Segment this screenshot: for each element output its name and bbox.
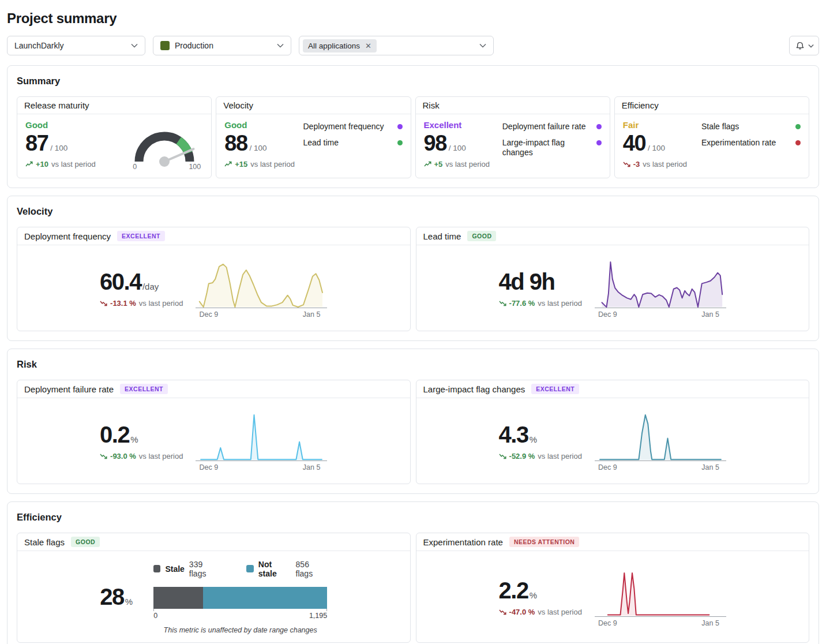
bar-axis-min: 0 [153, 612, 157, 620]
trend-down-icon [623, 161, 630, 167]
gauge-max-label: 100 [189, 163, 201, 171]
metric-card-title: Stale flags [24, 537, 65, 547]
trend: +10vs last period [25, 160, 96, 169]
risk-section: Risk Deployment failure rate EXCELLENT 0… [7, 349, 819, 494]
applications-chip: All applications ✕ [303, 39, 377, 53]
summary-card-title: Velocity [216, 97, 410, 114]
environment-select-value: Production [175, 41, 213, 50]
line-chart [196, 411, 327, 462]
trend: -13.1 %vs last period [100, 299, 183, 308]
metric-status-dot [795, 124, 801, 129]
trend: +15vs last period [224, 160, 295, 169]
x-axis-end-label: Jan 5 [701, 619, 719, 627]
summary-card-efficiency: Efficiency Fair 40/ 100 -3vs last period… [614, 96, 809, 178]
large-impact-flag-changes-chart: Dec 9 Jan 5 [595, 411, 726, 471]
bar-segment [203, 587, 328, 609]
legend: Stale 339 flags Not stale 856 flags [153, 560, 327, 578]
project-select[interactable]: LaunchDarkly [7, 36, 145, 55]
trend-down-icon [100, 300, 107, 306]
metric-card-lead-time: Lead time GOOD 4d 9h -77.6 %vs last peri… [416, 227, 810, 331]
summary-card-title: Efficiency [615, 97, 809, 114]
metric-status-dot [596, 124, 602, 129]
metric-card-stale-flags: Stale flags GOOD 28% Stale 339 flags [17, 533, 411, 643]
gauge-min-label: 0 [133, 163, 137, 171]
trend: -93.0 %vs last period [100, 452, 183, 460]
bar-axis-max: 1,195 [309, 612, 327, 620]
bar-segment [153, 587, 202, 609]
trend: +5vs last period [424, 160, 490, 169]
metric-row: Deployment frequency [303, 122, 403, 132]
stacked-bar [153, 587, 327, 609]
status-badge: GOOD [467, 231, 496, 241]
metric-row: Deployment failure rate [502, 122, 602, 132]
x-axis-start-label: Dec 9 [598, 310, 617, 319]
trend-down-icon [100, 453, 107, 459]
score: 98/ 100 [424, 131, 490, 156]
applications-select[interactable]: All applications ✕ [299, 36, 494, 55]
chevron-down-icon [808, 44, 814, 48]
metric-card-title: Deployment frequency [24, 231, 111, 241]
summary-card-velocity: Velocity Good 88/ 100 +15vs last period … [216, 96, 411, 178]
velocity-section: Velocity Deployment frequency EXCELLENT … [7, 196, 819, 341]
deployment-failure-rate-chart: Dec 9 Jan 5 [196, 411, 327, 471]
metric-status-dot [596, 140, 602, 145]
filter-bar: LaunchDarkly Production All applications… [7, 36, 819, 55]
chevron-down-icon [131, 43, 138, 48]
status-badge: NEEDS ATTENTION [509, 537, 580, 547]
trend-up-icon [424, 161, 431, 167]
stale-flags-bar-chart: Stale 339 flags Not stale 856 flags [153, 560, 327, 634]
environment-select[interactable]: Production [153, 36, 291, 55]
legend-item-not-stale: Not stale 856 flags [246, 560, 327, 578]
metric-list: Stale flags Experimentation rate [701, 120, 801, 170]
legend-item-stale: Stale 339 flags [153, 560, 220, 578]
risk-heading: Risk [17, 359, 809, 370]
page-title: Project summary [7, 10, 819, 27]
metric-row: Large-impact flag changes [502, 138, 602, 158]
metric-value: 4.3% [499, 422, 582, 448]
x-axis-end-label: Jan 5 [303, 310, 321, 319]
status-badge: EXCELLENT [117, 231, 165, 241]
metric-card-experimentation-rate: Experimentation rate NEEDS ATTENTION 2.2… [416, 533, 810, 643]
metric-card-title: Large-impact flag changes [423, 384, 525, 394]
trend: -47.0 %vs last period [499, 608, 582, 616]
metric-value: 4d 9h [499, 269, 582, 295]
efficiency-section: Efficiency Stale flags GOOD 28% Stale 33… [7, 501, 819, 644]
velocity-heading: Velocity [17, 206, 809, 217]
x-axis-start-label: Dec 9 [598, 463, 617, 471]
status-label: Good [224, 120, 295, 130]
line-chart [595, 258, 726, 309]
experimentation-rate-chart: Dec 9 Jan 5 [595, 567, 726, 627]
status-badge: EXCELLENT [120, 384, 168, 394]
status-badge: GOOD [71, 537, 100, 547]
metric-value: 60.4/day [100, 269, 183, 295]
trend-down-icon [499, 609, 506, 615]
trend-up-icon [25, 161, 33, 167]
status-label: Good [25, 120, 96, 130]
metric-status-dot [397, 140, 403, 145]
gauge-chart [128, 123, 203, 167]
metric-list: Deployment frequency Lead time [303, 120, 403, 170]
trend: -3vs last period [623, 160, 687, 169]
score: 40/ 100 [623, 131, 687, 156]
x-axis-start-label: Dec 9 [598, 619, 617, 627]
score: 87/ 100 [25, 131, 96, 156]
metric-list: Deployment failure rate Large-impact fla… [502, 120, 602, 170]
trend-up-icon [224, 161, 232, 167]
status-label: Fair [623, 120, 687, 130]
bell-icon [795, 41, 805, 50]
metric-row: Experimentation rate [701, 138, 801, 148]
notifications-menu-button[interactable] [789, 36, 819, 55]
x-axis-end-label: Jan 5 [303, 463, 321, 471]
metric-status-dot [397, 124, 403, 129]
metric-card-deployment-failure-rate: Deployment failure rate EXCELLENT 0.2% -… [17, 380, 411, 484]
project-summary-page: Project summary LaunchDarkly Production … [0, 0, 826, 644]
metric-note: This metric is unaffected by date range … [153, 626, 327, 634]
close-icon[interactable]: ✕ [365, 42, 371, 50]
x-axis-end-label: Jan 5 [701, 463, 719, 471]
release-maturity-gauge: 0 100 [128, 120, 203, 171]
legend-swatch [246, 565, 253, 572]
summary-card-title: Release maturity [17, 97, 211, 114]
trend-down-icon [499, 300, 506, 306]
score: 88/ 100 [224, 131, 295, 156]
status-badge: EXCELLENT [531, 384, 579, 394]
